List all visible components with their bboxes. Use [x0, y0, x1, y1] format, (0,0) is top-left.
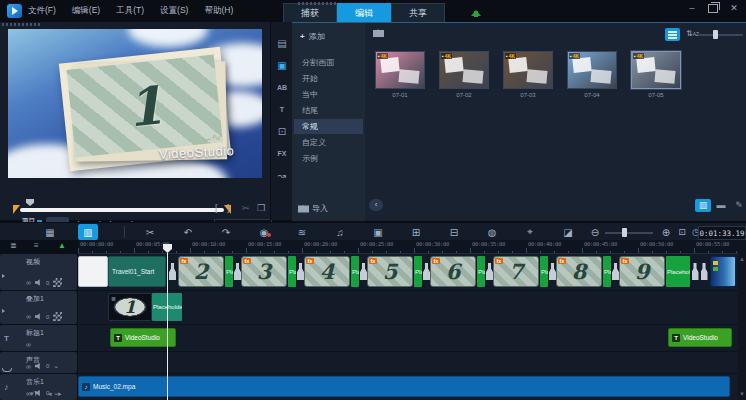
video-clip-placeholder[interactable]: Placeholder: [540, 256, 548, 287]
upgrade-arrow-icon[interactable]: [470, 5, 482, 17]
video-clip-placeholder[interactable]: Placeholder: [666, 256, 690, 287]
zoom-out-icon[interactable]: ⊖: [585, 224, 605, 240]
grid-view-button[interactable]: [665, 28, 680, 41]
template-thumbnail-07-03[interactable]: ▪4K: [503, 51, 553, 89]
transition-icon[interactable]: [691, 256, 699, 287]
motion-path-icon[interactable]: ↝: [271, 166, 293, 184]
track-volume-icon[interactable]: [35, 279, 42, 286]
thumbnail-zoom-knob[interactable]: [713, 30, 718, 39]
close-button[interactable]: ✕: [728, 3, 740, 13]
template-thumbnail-07-02[interactable]: ▪4K: [439, 51, 489, 89]
instant-project-icon[interactable]: ▣: [271, 56, 293, 74]
category-自定义[interactable]: 自定义: [294, 135, 363, 150]
preview-playhead-marker[interactable]: [26, 199, 34, 206]
video-clip-number-4[interactable]: 4fx: [304, 256, 350, 287]
video-clip-start[interactable]: Travel01_Start: [108, 256, 166, 287]
filter-icon[interactable]: FX: [271, 144, 293, 162]
mask-creator-icon[interactable]: ◪: [558, 224, 578, 240]
add-folder-button[interactable]: +添加: [300, 31, 325, 42]
timeline-scrollbar[interactable]: ▲ ▼: [738, 253, 746, 400]
video-clip-placeholder[interactable]: Placeholder: [225, 256, 233, 287]
template-thumbnail-07-01[interactable]: ▪4K: [375, 51, 425, 89]
video-clip-number-6[interactable]: 6fx: [430, 256, 476, 287]
transition-icon[interactable]: [612, 256, 619, 287]
transition-icon[interactable]: [423, 256, 430, 287]
panel-drag-handle[interactable]: [298, 2, 336, 5]
video-clip-number-3[interactable]: 3fx: [241, 256, 287, 287]
import-button[interactable]: 导入: [298, 203, 328, 214]
transition-icon[interactable]: AB: [271, 78, 293, 96]
track-motion-icon[interactable]: ⌖: [520, 224, 540, 240]
thumbnail-zoom-slider[interactable]: [699, 34, 743, 36]
transition-icon[interactable]: [168, 256, 177, 287]
scroll-left-button[interactable]: ◂: [48, 390, 52, 398]
timeline-view-icon[interactable]: ▥: [78, 224, 98, 240]
video-clip-number-2[interactable]: 2fx: [178, 256, 224, 287]
chevron-down-icon[interactable]: ⌄: [53, 362, 59, 370]
sound-mixer-icon[interactable]: ≋: [292, 224, 312, 240]
subtitle-editor-icon[interactable]: ⊞: [406, 224, 426, 240]
category-分割画面[interactable]: 分割画面: [294, 55, 363, 70]
mark-in-button[interactable]: [: [215, 203, 218, 213]
auto-music-icon[interactable]: ♫: [330, 224, 350, 240]
transition-icon[interactable]: [486, 256, 493, 287]
minimize-button[interactable]: –: [686, 3, 698, 13]
storyboard-view-icon[interactable]: ▦: [40, 224, 60, 240]
tab-编辑[interactable]: 编辑: [337, 3, 391, 22]
transparency-icon[interactable]: [53, 278, 62, 287]
project-duration-timecode[interactable]: 0:01:33.19: [698, 226, 746, 240]
edit-panel-button[interactable]: ✎: [731, 199, 746, 212]
menu-item-2[interactable]: 工具(T): [116, 5, 144, 17]
menu-item-1[interactable]: 编辑(E): [72, 5, 100, 17]
tab-共享[interactable]: 共享: [391, 3, 445, 22]
media-icon[interactable]: ▤: [271, 34, 293, 52]
category-开始[interactable]: 开始: [294, 71, 363, 86]
transition-icon[interactable]: [234, 256, 241, 287]
overlay-clip-thumbnail[interactable]: ≣1: [108, 293, 152, 321]
overlay-icon[interactable]: ⊡: [271, 122, 293, 140]
show-media-button[interactable]: ▬: [713, 199, 729, 212]
video-clip-placeholder[interactable]: Placeholder: [603, 256, 611, 287]
video-clip-placeholder[interactable]: Placeholder: [351, 256, 359, 287]
video-clip-placeholder[interactable]: Placeholder: [288, 256, 296, 287]
ripple-edit-icon[interactable]: ≡: [34, 241, 39, 250]
split-screen-template-icon[interactable]: ⊟: [444, 224, 464, 240]
speech-bubble-icon[interactable]: ◍: [482, 224, 502, 240]
panel-drag-handle[interactable]: [2, 23, 40, 26]
transition-icon[interactable]: [360, 256, 367, 287]
link-icon[interactable]: ∞: [26, 363, 31, 370]
link-icon[interactable]: ∞: [26, 313, 31, 320]
menu-item-3[interactable]: 设置(S): [160, 5, 188, 17]
title-icon[interactable]: T: [271, 100, 293, 118]
link-icon[interactable]: ∞: [26, 279, 31, 286]
scroll-right-button[interactable]: ▸: [58, 390, 62, 398]
timeline-zoom-slider[interactable]: [605, 232, 653, 234]
timeline-zoom-knob[interactable]: [622, 228, 627, 237]
split-clip-button[interactable]: ✂: [242, 203, 250, 213]
tab-捕获[interactable]: 捕获: [283, 3, 337, 22]
category-当中[interactable]: 当中: [294, 87, 363, 102]
undo-icon[interactable]: ↶: [178, 224, 198, 240]
track-volume-icon[interactable]: [35, 363, 42, 370]
category-结尾[interactable]: 结尾: [294, 103, 363, 118]
transparency-icon[interactable]: [53, 312, 62, 321]
video-clip-number-5[interactable]: 5fx: [367, 256, 413, 287]
trim-start-handle[interactable]: [13, 205, 20, 214]
music-clip[interactable]: ♪Music_02.mpa: [78, 376, 730, 397]
track-manager-icon[interactable]: ≣: [10, 241, 17, 250]
menu-item-0[interactable]: 文件(F): [28, 5, 56, 17]
category-常规[interactable]: 常规: [294, 119, 363, 134]
scroll-up-icon[interactable]: ▲: [739, 256, 745, 262]
category-示例[interactable]: 示例: [294, 151, 363, 166]
track-volume-icon[interactable]: [35, 313, 42, 320]
mark-out-button[interactable]: ]: [227, 203, 230, 213]
timeline-ruler[interactable]: 00:00:00:0000:00:05:0000:00:10:0000:00:1…: [78, 240, 746, 254]
link-icon[interactable]: ∞: [26, 341, 31, 348]
multicam-editor-icon[interactable]: ▣: [368, 224, 388, 240]
scroll-down-icon[interactable]: ▼: [739, 391, 745, 397]
title-clip-1[interactable]: TVideoStudio: [668, 328, 732, 347]
video-clip-number-7[interactable]: 7fx: [493, 256, 539, 287]
track-height-button[interactable]: ▾T: [30, 390, 38, 398]
sort-icon[interactable]: ⇅AZ: [686, 29, 699, 38]
add-folder-icon[interactable]: [373, 29, 384, 37]
